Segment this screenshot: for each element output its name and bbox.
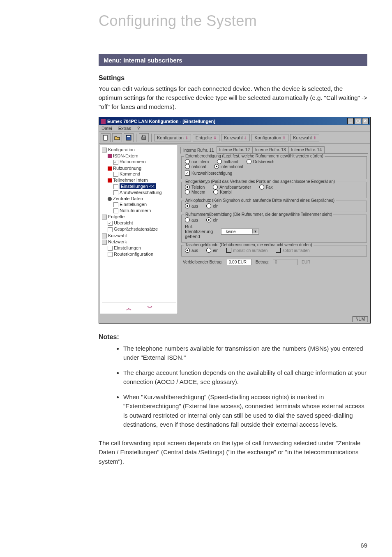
tree-gespraechsdaten[interactable]: Gesprächsdatensätze (114, 226, 158, 231)
close-button[interactable]: ✕ (362, 118, 369, 124)
page-icon (102, 148, 107, 153)
tree-zentrale-einst[interactable]: Einstellungen (120, 202, 147, 207)
notes-heading: Notes: (99, 333, 367, 341)
group-title: Rufnummernübermittlung (Die Rufnummer, d… (184, 212, 333, 217)
app-window: Eumex 704PC LAN Konfiguration - [Einstel… (99, 117, 371, 324)
group-externberechtigung: Externberechtigung (Legt fest, welche Ru… (181, 156, 367, 179)
gear-icon (108, 197, 112, 201)
svg-rect-3 (142, 137, 146, 139)
check-kurzwahlberechtigung[interactable]: Kurzwahlberechtigung (185, 171, 363, 176)
group-endgeraetetyp: Endgerätetyp (Paßt das Verhalten des Por… (181, 182, 367, 198)
radio-anrufbeantworter[interactable]: Anrufbeantworter (213, 185, 251, 190)
radio-fax[interactable]: Fax (259, 185, 273, 190)
page-icon (102, 233, 107, 238)
group-rufnummernuebermittlung: Rufnummernübermittlung (Die Rufnummer, d… (181, 215, 367, 243)
app-icon (101, 119, 106, 124)
radio-ank-ein[interactable]: ein (206, 203, 218, 208)
group-title: Endgerätetyp (Paßt das Verhalten des Por… (184, 179, 336, 184)
radio-tasch-ein[interactable]: ein (206, 248, 218, 253)
kurzwahl-upload[interactable]: Kurzwahl⇑ (290, 134, 319, 141)
collapse-up-icon[interactable]: ︽ (126, 305, 131, 312)
new-button[interactable] (101, 133, 111, 142)
menu-extras[interactable]: Extras (118, 126, 131, 131)
group-title: Anklopfschutz (Kein Signalton durch anru… (184, 198, 336, 203)
box-icon (113, 190, 118, 195)
menubar: Datei Extras ? (99, 125, 370, 132)
note-item: The telephone numbers available for tran… (123, 344, 367, 363)
tree-router[interactable]: Routerkonfiguration (114, 252, 153, 257)
menu-help[interactable]: ? (137, 126, 140, 131)
tree-kommend[interactable]: Kommend (120, 171, 140, 176)
tab-rufnr-13[interactable]: Interne Rufnr. 13 (252, 146, 289, 153)
entgelte-download[interactable]: Entgelte⇓ (193, 134, 219, 141)
radio-halbamt[interactable]: halbamt (217, 159, 238, 164)
arrow-down-icon: ⇓ (244, 136, 247, 140)
box-icon (113, 202, 118, 207)
print-button[interactable] (139, 133, 149, 142)
tree-anrufweiterschaltung[interactable]: Anrufweiterschaltung (120, 190, 162, 195)
radio-ruf-ein[interactable]: ein (206, 217, 218, 222)
tree-einstellungen-selected[interactable]: Einstellungen << (120, 183, 156, 189)
radio-telefon[interactable]: Telefon (185, 185, 205, 190)
tree-pane[interactable]: Konfiguration ISDN-Extern Rufnummern Ruf… (100, 145, 178, 314)
box-icon (108, 252, 113, 257)
tree-rufzuordnung[interactable]: Rufzuordnung (113, 166, 141, 171)
group-title: Externberechtigung (Legt fest, welche Ru… (184, 154, 325, 158)
betrag-value: 0 (273, 259, 297, 265)
note-item: When "Kurzwahlberechtigung" (Speed-diall… (123, 393, 367, 430)
tab-rufnr-11[interactable]: Interne Rufnr. 11 (180, 147, 217, 154)
open-button[interactable] (112, 133, 122, 142)
menu-datei[interactable]: Datei (101, 126, 112, 131)
settings-heading: Settings (99, 74, 367, 82)
tree-netzwerk[interactable]: Netzwerk (108, 239, 127, 244)
radio-ortsbereich[interactable]: Ortsbereich (247, 159, 274, 164)
toolbar: Konfiguration⇓ Entgelte⇓ Kurzwahl⇓ Konfi… (99, 132, 370, 144)
radio-modem[interactable]: Modem (185, 190, 205, 194)
group-taschengeldkonto: Taschengeldkonto (Gebührensummen, die ve… (181, 245, 367, 257)
tree-netz-einst[interactable]: Einstellungen (114, 245, 141, 250)
page-number: 69 (360, 542, 367, 549)
minimize-button[interactable]: _ (347, 118, 354, 124)
maximize-button[interactable]: ▢ (355, 118, 361, 124)
radio-international[interactable]: international (214, 164, 243, 169)
note-item: The charge account function depends on t… (123, 368, 367, 387)
tree-uebersicht[interactable]: Übersicht (114, 220, 133, 225)
tree-konfiguration[interactable]: Konfiguration (108, 147, 135, 152)
kurzwahl-download[interactable]: Kurzwahl⇓ (221, 134, 250, 141)
tab-rufnr-12[interactable]: Interne Rufnr. 12 (217, 146, 253, 153)
svg-rect-0 (104, 135, 107, 140)
arrow-up-icon: ⇑ (313, 136, 316, 140)
check-icon (108, 221, 113, 226)
status-num: NUM (353, 316, 368, 322)
page-icon (102, 240, 107, 245)
settings-text: You can edit various settings for each c… (99, 84, 367, 111)
arrow-up-icon: ⇑ (282, 136, 286, 140)
tree-entgelte[interactable]: Entgelte (108, 214, 125, 219)
tab-rufnr-14[interactable]: Interne Rufnr. 14 (288, 146, 325, 153)
ruf-id-select[interactable]: --keine-- (221, 229, 259, 235)
konfiguration-download[interactable]: Konfiguration⇓ (154, 134, 191, 141)
svg-rect-4 (143, 135, 145, 137)
radio-tasch-aus[interactable]: aus (185, 248, 198, 253)
radio-national[interactable]: national (185, 164, 206, 169)
save-button[interactable] (124, 133, 134, 142)
box-icon (113, 184, 118, 189)
tree-zentrale[interactable]: Zentrale Daten (113, 196, 143, 201)
konfiguration-upload[interactable]: Konfiguration⇑ (251, 134, 288, 141)
tree-notruf[interactable]: Notrufnummern (120, 208, 151, 213)
radio-nur-intern[interactable]: nur intern (185, 159, 209, 164)
people-icon (108, 178, 112, 183)
tree-rufnummern[interactable]: Rufnummern (120, 159, 146, 164)
radio-ank-aus[interactable]: aus (185, 203, 198, 208)
tree-teilnehmer[interactable]: Teilnehmer Intern (113, 178, 148, 183)
radio-kombi[interactable]: Kombi (213, 190, 231, 194)
remaining-value: 0.00 EUR (227, 259, 251, 265)
tree-kurzwahl[interactable]: Kurzwahl (108, 233, 127, 238)
expand-down-icon[interactable]: ︾ (147, 305, 152, 312)
content-pane: Interne Rufnr. 11 Interne Rufnr. 12 Inte… (179, 145, 369, 314)
tree-isdn-extern[interactable]: ISDN-Extern (113, 153, 138, 158)
remaining-label: Verbleibender Betrag: (183, 260, 223, 264)
page-title: Configuring the System (99, 12, 367, 30)
group-title: Taschengeldkonto (Gebührensummen, die ve… (184, 243, 314, 247)
radio-ruf-aus[interactable]: aus (185, 217, 198, 222)
